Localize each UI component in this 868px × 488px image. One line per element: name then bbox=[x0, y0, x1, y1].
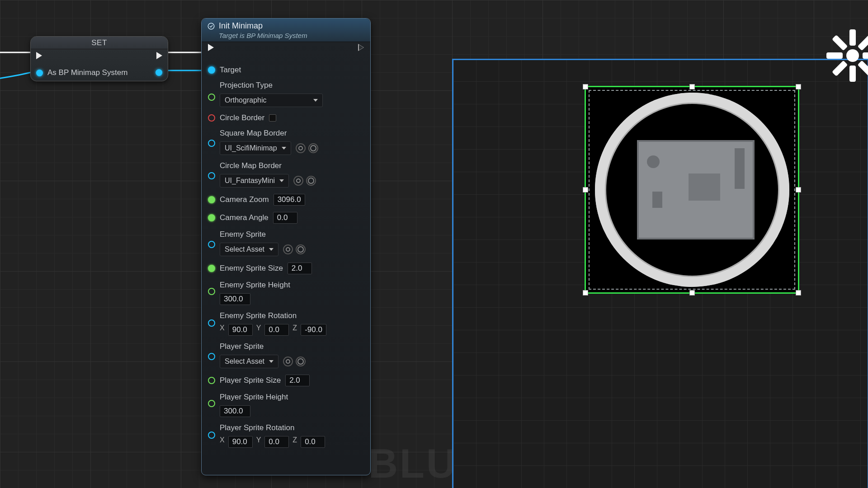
selected-widget-frame[interactable] bbox=[585, 86, 799, 294]
resize-handle-se[interactable] bbox=[796, 290, 801, 296]
player-sprite-size-pin[interactable] bbox=[208, 377, 215, 384]
param-target: Target bbox=[208, 66, 364, 75]
exec-pin-out[interactable] bbox=[358, 44, 364, 53]
enemy-rot-x-input[interactable]: 90.0 bbox=[228, 324, 253, 336]
square-border-dropdown[interactable]: UI_ScifiMinimap bbox=[220, 141, 291, 155]
node-title: Init Minimap bbox=[219, 21, 263, 31]
player-sprite-dropdown[interactable]: Select Asset bbox=[220, 355, 278, 368]
enemy-sprite-value: Select Asset bbox=[225, 245, 264, 253]
param-player-sprite-height: Player Sprite Height 300.0 bbox=[208, 393, 364, 417]
browse-asset-button[interactable] bbox=[283, 244, 293, 254]
enemy-rot-y-input[interactable]: 0.0 bbox=[264, 324, 289, 336]
param-camera-angle: Camera Angle 0.0 bbox=[208, 212, 364, 224]
axis-y-label: Y bbox=[256, 324, 261, 336]
anchor-medallion-icon[interactable] bbox=[826, 28, 868, 83]
minimap-widget-preview bbox=[590, 92, 793, 288]
player-rot-y-input[interactable]: 0.0 bbox=[264, 436, 289, 448]
circle-border-label: Circle Border bbox=[220, 113, 264, 122]
enemy-sprite-height-input[interactable]: 300.0 bbox=[220, 293, 250, 305]
enemy-sprite-rotation-pin[interactable] bbox=[208, 319, 215, 327]
chevron-down-icon bbox=[269, 248, 274, 251]
resize-handle-sw[interactable] bbox=[583, 290, 588, 296]
resize-handle-n[interactable] bbox=[689, 84, 695, 89]
enemy-sprite-size-pin[interactable] bbox=[208, 265, 215, 272]
camera-zoom-pin[interactable] bbox=[208, 196, 215, 203]
enemy-sprite-height-pin[interactable] bbox=[208, 288, 215, 295]
node-set[interactable]: SET As BP Minimap System bbox=[30, 36, 168, 81]
svg-rect-9 bbox=[832, 35, 848, 51]
node-subtitle: Target is BP Minimap System bbox=[219, 32, 365, 39]
target-pin[interactable] bbox=[208, 66, 215, 74]
player-sprite-size-input[interactable]: 2.0 bbox=[285, 375, 310, 386]
projection-pin[interactable] bbox=[208, 94, 215, 101]
enemy-sprite-label: Enemy Sprite bbox=[220, 230, 306, 239]
svg-rect-6 bbox=[849, 66, 856, 82]
find-asset-button[interactable] bbox=[296, 357, 306, 366]
enemy-sprite-dropdown[interactable]: Select Asset bbox=[220, 243, 278, 256]
circle-border-checkbox[interactable] bbox=[269, 114, 276, 122]
projection-dropdown[interactable]: Orthographic bbox=[220, 94, 323, 107]
player-sprite-rotation-label: Player Sprite Rotation bbox=[220, 423, 325, 432]
player-sprite-height-pin[interactable] bbox=[208, 400, 215, 407]
camera-angle-input[interactable]: 0.0 bbox=[273, 212, 297, 224]
axis-x-label: X bbox=[220, 324, 225, 336]
circle-map-border-pin[interactable] bbox=[208, 172, 215, 179]
param-circle-map-border: Circle Map Border UI_FantasyMini bbox=[208, 161, 364, 188]
exec-pin-in[interactable] bbox=[208, 44, 214, 53]
function-icon bbox=[207, 22, 215, 30]
enemy-sprite-rotation-label: Enemy Sprite Rotation bbox=[220, 311, 326, 320]
exec-pin-in[interactable] bbox=[36, 52, 42, 61]
camera-zoom-label: Camera Zoom bbox=[220, 195, 269, 204]
circle-map-border-dropdown[interactable]: UI_FantasyMini bbox=[220, 174, 289, 188]
projection-label: Projection Type bbox=[220, 81, 323, 90]
param-enemy-sprite-size: Enemy Sprite Size 2.0 bbox=[208, 263, 364, 274]
square-border-pin[interactable] bbox=[208, 140, 215, 147]
player-sprite-height-input[interactable]: 300.0 bbox=[220, 405, 250, 417]
camera-zoom-input[interactable]: 3096.0 bbox=[274, 194, 305, 206]
enemy-sprite-height-label: Enemy Sprite Height bbox=[220, 281, 290, 290]
enemy-rot-z-input[interactable]: -90.0 bbox=[301, 324, 326, 336]
param-enemy-sprite: Enemy Sprite Select Asset bbox=[208, 230, 364, 256]
param-projection-type: Projection Type Orthographic bbox=[208, 81, 364, 107]
enemy-sprite-size-input[interactable]: 2.0 bbox=[288, 263, 312, 274]
svg-point-0 bbox=[208, 23, 214, 29]
svg-rect-8 bbox=[826, 52, 843, 59]
player-sprite-label: Player Sprite bbox=[220, 342, 306, 351]
chevron-down-icon bbox=[282, 147, 286, 150]
chevron-down-icon bbox=[269, 360, 274, 363]
find-asset-button[interactable] bbox=[308, 143, 318, 153]
square-border-label: Square Map Border bbox=[220, 129, 318, 138]
svg-rect-4 bbox=[863, 52, 868, 59]
browse-asset-button[interactable] bbox=[293, 176, 303, 186]
chevron-down-icon bbox=[313, 99, 318, 102]
svg-rect-3 bbox=[858, 35, 868, 51]
node-init-minimap[interactable]: Init Minimap Target is BP Minimap System… bbox=[201, 18, 371, 475]
data-pin-in[interactable]: As BP Minimap System bbox=[36, 68, 127, 77]
resize-handle-ne[interactable] bbox=[796, 84, 801, 89]
player-sprite-pin[interactable] bbox=[208, 353, 215, 360]
player-rot-x-input[interactable]: 90.0 bbox=[228, 436, 253, 448]
enemy-sprite-pin[interactable] bbox=[208, 241, 215, 248]
data-pin-out[interactable] bbox=[156, 68, 162, 76]
resize-handle-s[interactable] bbox=[689, 290, 695, 296]
player-rot-z-input[interactable]: 0.0 bbox=[301, 436, 325, 448]
find-asset-button[interactable] bbox=[296, 244, 306, 254]
node-header[interactable]: Init Minimap Target is BP Minimap System bbox=[202, 19, 370, 42]
svg-rect-7 bbox=[832, 61, 848, 76]
resize-handle-nw[interactable] bbox=[583, 84, 588, 89]
find-asset-button[interactable] bbox=[306, 176, 316, 186]
resize-handle-e[interactable] bbox=[796, 187, 801, 192]
map-geometry bbox=[652, 192, 662, 208]
browse-asset-button[interactable] bbox=[283, 357, 293, 366]
resize-handle-w[interactable] bbox=[583, 187, 588, 192]
exec-pin-out[interactable] bbox=[156, 52, 162, 61]
player-sprite-height-label: Player Sprite Height bbox=[220, 393, 288, 402]
svg-rect-5 bbox=[858, 61, 868, 76]
browse-asset-button[interactable] bbox=[296, 143, 306, 153]
param-enemy-sprite-height: Enemy Sprite Height 300.0 bbox=[208, 281, 364, 305]
param-camera-zoom: Camera Zoom 3096.0 bbox=[208, 194, 364, 206]
player-sprite-rotation-pin[interactable] bbox=[208, 432, 215, 439]
umg-designer-canvas[interactable] bbox=[452, 59, 868, 488]
circle-border-pin[interactable] bbox=[208, 114, 215, 122]
camera-angle-pin[interactable] bbox=[208, 214, 215, 221]
